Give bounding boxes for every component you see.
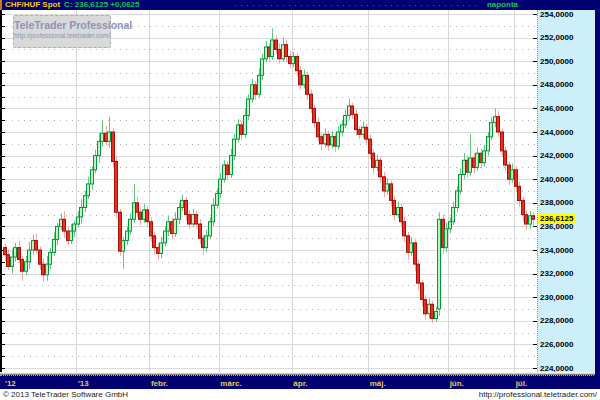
price-axis-label: 244,0000 <box>540 128 573 137</box>
price-axis-label: 234,0000 <box>540 246 573 255</box>
price-axis-label: 250,0000 <box>540 57 573 66</box>
watermark: TeleTrader Professional http://professio… <box>13 15 111 48</box>
footer-url: http://professional.teletrader.com/ <box>479 390 597 399</box>
price-axis-label: 226,0000 <box>540 340 573 349</box>
copyright-label: © 2013 TeleTrader Software GmbH <box>3 390 128 399</box>
quote-label: C: 236,6125 +0,0625 <box>64 0 139 9</box>
period-label: naponta <box>487 0 518 10</box>
price-axis-label: 248,0000 <box>540 80 573 89</box>
price-axis-label: 246,0000 <box>540 104 573 113</box>
time-axis[interactable]: '12'13febr.márc.ápr.máj.jún.júl. <box>0 375 600 389</box>
titlebar-dotted-line <box>235 5 480 6</box>
price-axis-line <box>537 10 538 372</box>
time-axis-label: márc. <box>220 378 241 389</box>
window-right-border <box>595 0 600 389</box>
price-axis-label: 240,0000 <box>540 175 573 184</box>
price-axis-label: 232,0000 <box>540 269 573 278</box>
price-axis-label: 252,0000 <box>540 33 573 42</box>
time-axis-label: máj. <box>370 378 386 389</box>
chart-window: CHF/HUF SpotC: 236,6125 +0,0625 naponta … <box>0 0 600 400</box>
time-axis-label: jún. <box>450 378 464 389</box>
window-grip-icon <box>0 0 2 10</box>
time-axis-label: '12 <box>5 378 16 389</box>
price-axis[interactable]: 254,0000252,0000250,0000248,0000246,0000… <box>537 10 595 372</box>
candlestick-chart[interactable] <box>2 10 537 372</box>
footer-strip: © 2013 TeleTrader Software GmbH http://p… <box>0 389 600 400</box>
time-axis-label: ápr. <box>293 378 307 389</box>
watermark-url: http://professional.teletrader.com/ <box>14 32 110 40</box>
price-axis-label: 238,0000 <box>540 198 573 207</box>
price-axis-label: 228,0000 <box>540 316 573 325</box>
time-axis-label: '13 <box>78 378 89 389</box>
time-axis-label: júl. <box>516 378 528 389</box>
price-axis-label: 254,0000 <box>540 10 573 19</box>
time-axis-label: febr. <box>151 378 168 389</box>
symbol-label: CHF/HUF Spot <box>5 0 60 9</box>
price-axis-label: 242,0000 <box>540 151 573 160</box>
price-axis-label: 230,0000 <box>540 293 573 302</box>
chart-title-bar: CHF/HUF SpotC: 236,6125 +0,0625 naponta <box>0 0 600 10</box>
watermark-title: TeleTrader Professional <box>14 19 110 32</box>
last-price-tag: 236,6125 <box>538 214 575 224</box>
